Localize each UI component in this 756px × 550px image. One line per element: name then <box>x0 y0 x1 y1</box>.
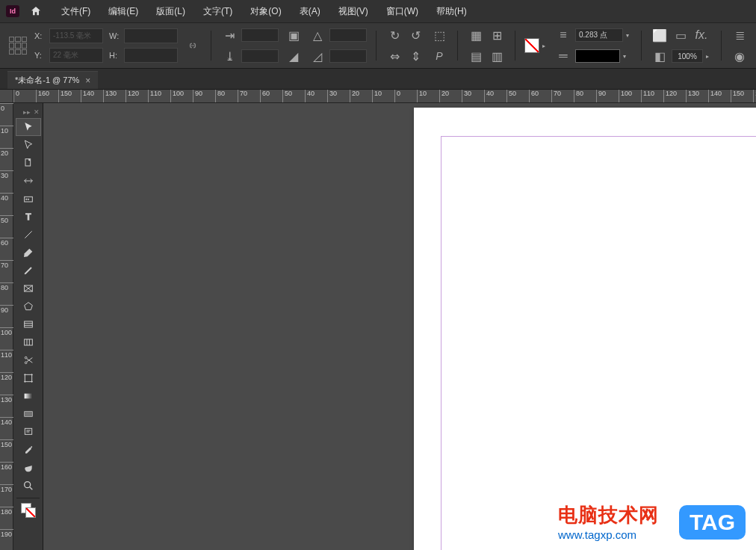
align-icon-4[interactable]: ▥ <box>488 47 506 65</box>
reference-point-grid[interactable] <box>7 35 28 56</box>
ruler-tick: 20 <box>439 90 449 103</box>
ruler-tick: 50 <box>0 215 13 224</box>
menu-type[interactable]: 文字(T) <box>196 2 240 21</box>
eyedropper-tool[interactable] <box>16 441 41 459</box>
h-input[interactable] <box>124 48 178 63</box>
fx-icon[interactable]: fx. <box>693 26 710 44</box>
align-icon-3[interactable]: ▤ <box>467 47 485 65</box>
menu-layout[interactable]: 版面(L) <box>149 2 193 21</box>
scissors-tool[interactable] <box>16 351 41 369</box>
flip-horizontal-icon[interactable]: ⇔ <box>385 47 403 65</box>
menu-view[interactable]: 视图(V) <box>331 2 376 21</box>
effects-icon[interactable]: ▭ <box>672 26 690 44</box>
stroke-weight-input[interactable]: 0.283 点 <box>575 28 623 42</box>
w-input[interactable] <box>124 28 178 43</box>
stroke-style-input[interactable] <box>575 49 620 63</box>
document-tabs: *未命名-1 @ 77% × <box>0 69 756 90</box>
ruler-tick: 100 <box>619 90 632 103</box>
corner-icon[interactable]: ⬜ <box>651 26 669 44</box>
direct-selection-tool[interactable] <box>16 136 41 154</box>
scale-x-input[interactable] <box>241 28 279 42</box>
svg-point-12 <box>31 374 32 375</box>
rotate-cw-icon[interactable]: ↻ <box>385 26 403 44</box>
rotate-input[interactable] <box>329 28 367 42</box>
watermark-tag: TAG <box>679 505 746 540</box>
svg-point-2 <box>25 199 26 200</box>
ellipse-tool[interactable] <box>16 297 41 315</box>
panel-collapse[interactable]: ▸▸✕ <box>13 106 43 118</box>
pen-tool[interactable] <box>16 244 41 262</box>
rotate-icon[interactable]: ◢ <box>285 47 303 65</box>
gap-tool[interactable] <box>16 172 41 190</box>
close-tab-icon[interactable]: × <box>85 75 90 86</box>
flip-v-icon[interactable]: ⤓ <box>220 47 238 65</box>
pencil-tool[interactable] <box>16 262 41 279</box>
constrain-icon[interactable] <box>184 37 202 55</box>
text-wrap-icon[interactable]: ≣ <box>731 26 749 44</box>
ruler-tick: 160 <box>36 90 49 103</box>
selection-tool[interactable] <box>16 118 41 136</box>
ruler-origin[interactable] <box>0 90 13 103</box>
page-tool[interactable] <box>16 154 41 172</box>
zoom-tool[interactable] <box>16 477 41 495</box>
angle-icon[interactable]: ◿ <box>309 47 326 65</box>
note-tool[interactable] <box>16 423 41 441</box>
ruler-tick: 90 <box>596 90 606 103</box>
menu-help[interactable]: 帮助(H) <box>429 2 474 21</box>
p-icon[interactable]: P <box>430 47 448 65</box>
align-icon-1[interactable]: ▦ <box>467 26 485 44</box>
ruler-tick: 180 <box>0 507 13 516</box>
vertical-ruler[interactable]: 0102030405060708090100110120130140150160… <box>0 103 13 550</box>
menu-window[interactable]: 窗口(W) <box>379 2 426 21</box>
x-label: X: <box>34 31 46 40</box>
ruler-tick: 190 <box>0 529 13 538</box>
menu-object[interactable]: 对象(O) <box>243 2 288 21</box>
ruler-tick: 170 <box>0 484 13 493</box>
gradient-feather-tool[interactable] <box>16 405 41 423</box>
ruler-tick: 80 <box>0 282 13 291</box>
ruler-tick: 40 <box>305 90 315 103</box>
ruler-tick: 90 <box>193 90 202 103</box>
ruler-tick: 150 <box>0 439 13 448</box>
ruler-tick: 40 <box>484 90 494 103</box>
opacity-input[interactable]: 100% <box>672 49 703 63</box>
rotate-ccw-icon[interactable]: ↺ <box>406 26 424 44</box>
link-icon[interactable]: ▣ <box>285 26 303 44</box>
page[interactable] <box>414 108 756 550</box>
horizontal-grid-tool[interactable] <box>16 315 41 333</box>
type-tool[interactable] <box>16 208 41 226</box>
menu-table[interactable]: 表(A) <box>292 2 328 21</box>
home-icon[interactable] <box>28 4 43 19</box>
tab-title: *未命名-1 @ 77% <box>15 75 79 86</box>
y-input[interactable]: 22 毫米 <box>49 48 103 63</box>
app-icon: Id <box>6 5 19 17</box>
menu-edit[interactable]: 编辑(E) <box>101 2 146 21</box>
flip-h-icon[interactable]: ⇥ <box>220 26 238 44</box>
fill-stroke-swap[interactable] <box>16 501 41 519</box>
fill-dropdown[interactable]: ▸ <box>542 43 548 49</box>
x-input[interactable]: -113.5 毫米 <box>49 28 103 43</box>
gradient-swatch-tool[interactable] <box>16 387 41 405</box>
preview-icon[interactable]: ◉ <box>731 47 749 65</box>
fill-swatch[interactable] <box>524 38 539 53</box>
ruler-tick: 100 <box>0 327 13 336</box>
svg-point-8 <box>25 356 27 359</box>
rectangle-frame-tool[interactable] <box>16 279 41 297</box>
content-collector-tool[interactable] <box>16 190 41 208</box>
hand-tool[interactable] <box>16 459 41 477</box>
document-tab[interactable]: *未命名-1 @ 77% × <box>7 71 98 89</box>
scale-y-input[interactable] <box>241 49 279 63</box>
svg-rect-10 <box>25 374 31 381</box>
menu-file[interactable]: 文件(F) <box>54 2 98 21</box>
canvas[interactable]: 电脑技术网 www.tagxp.com TAG <box>43 103 756 550</box>
line-tool[interactable] <box>16 226 41 244</box>
vertical-grid-tool[interactable] <box>16 333 41 351</box>
shear-icon[interactable]: △ <box>309 26 326 44</box>
select-container-icon[interactable]: ⬚ <box>430 26 448 44</box>
horizontal-ruler[interactable]: 0160150140130120110100908070605040302010… <box>13 90 756 103</box>
opacity-icon: ◧ <box>651 47 669 65</box>
align-icon-2[interactable]: ⊞ <box>488 26 506 44</box>
free-transform-tool[interactable] <box>16 369 41 387</box>
flip-vertical-icon[interactable]: ⇕ <box>406 47 424 65</box>
shear-input[interactable] <box>329 49 367 63</box>
